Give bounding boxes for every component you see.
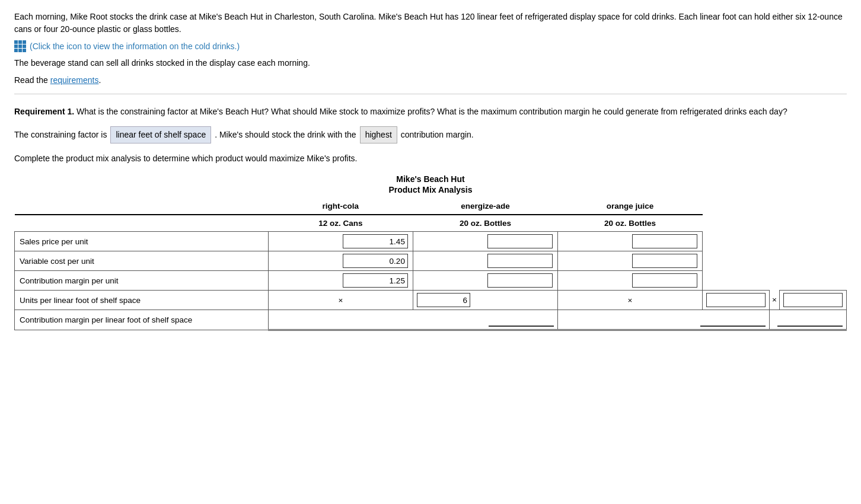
constraining-prefix: The constraining factor is [14, 128, 107, 141]
cell-cm-right-cola[interactable] [268, 271, 413, 291]
requirements-link[interactable]: requirements [50, 75, 99, 85]
cell-units-oj[interactable] [780, 291, 847, 310]
constraining-factor-row: The constraining factor is linear feet o… [14, 126, 847, 143]
label-cm-foot: Contribution margin per linear foot of s… [15, 310, 269, 330]
input-vc-energize[interactable] [487, 254, 553, 268]
product-mix-table: right-cola energize-ade orange juice 12 … [14, 198, 847, 331]
times-cell-2: × [557, 291, 702, 310]
input-vc-oj[interactable] [632, 254, 697, 268]
cell-units-energize[interactable] [703, 291, 770, 310]
cell-cm-energize[interactable] [413, 271, 557, 291]
table-subtitle: Product Mix Analysis [14, 185, 847, 194]
constraining-value: linear feet of shelf space [110, 126, 211, 143]
constraining-mid: . Mike's should stock the drink with the [215, 128, 356, 141]
input-sales-oj[interactable] [632, 234, 697, 248]
beverage-text: The beverage stand can sell all drinks s… [14, 57, 847, 69]
table-row: Contribution margin per unit [15, 271, 847, 291]
col-right-cola-header: right-cola [268, 198, 413, 215]
col-orange-juice-sub: 20 oz. Bottles [557, 215, 702, 232]
col-label-subheader [15, 215, 269, 232]
input-cmfoot-oj[interactable] [777, 312, 843, 327]
complete-text: Complete the product mix analysis to det… [14, 152, 847, 165]
times-sign-2: × [628, 296, 633, 305]
cell-vc-energize[interactable] [413, 251, 557, 271]
times-cell-1: × [268, 291, 413, 310]
input-cm-energize[interactable] [487, 273, 553, 288]
read-req-suffix: . [98, 75, 101, 85]
constraining-suffix: contribution margin. [401, 128, 474, 141]
constraining-highest: highest [360, 126, 397, 143]
table-row: Sales price per unit [15, 232, 847, 251]
label-cm-unit: Contribution margin per unit [15, 271, 269, 291]
read-requirements: Read the requirements. [14, 74, 847, 87]
input-cmfoot-right-cola[interactable] [489, 312, 554, 327]
input-units-energize[interactable] [706, 293, 766, 307]
times-cell-3: × [770, 291, 780, 310]
cell-cmfoot-oj[interactable] [770, 310, 847, 330]
label-variable-cost: Variable cost per unit [15, 251, 269, 271]
intro-paragraph: Each morning, Mike Root stocks the drink… [14, 11, 847, 36]
input-cm-right-cola[interactable] [343, 273, 408, 288]
cell-sales-oj[interactable] [557, 232, 702, 251]
input-units-right-cola[interactable] [417, 293, 470, 307]
divider [14, 94, 847, 94]
input-sales-energize[interactable] [487, 234, 553, 248]
col-energize-ade-header: energize-ade [413, 198, 557, 215]
col-energize-ade-sub: 20 oz. Bottles [413, 215, 557, 232]
req1-label: Requirement 1. [14, 107, 74, 116]
cell-cmfoot-right-cola[interactable] [268, 310, 557, 330]
input-cm-oj[interactable] [632, 273, 697, 288]
col-right-cola-sub: 12 oz. Cans [268, 215, 413, 232]
cell-cmfoot-energize[interactable] [557, 310, 769, 330]
times-sign-1: × [338, 296, 343, 305]
input-vc-right-cola[interactable] [343, 254, 408, 268]
col-header-row: right-cola energize-ade orange juice [15, 198, 847, 215]
input-cmfoot-energize[interactable] [700, 312, 766, 327]
input-units-oj[interactable] [783, 293, 843, 307]
sub-header-row: 12 oz. Cans 20 oz. Bottles 20 oz. Bottle… [15, 215, 847, 232]
label-units-per-foot: Units per linear foot of shelf space [15, 291, 269, 310]
col-label-header [15, 198, 269, 215]
click-icon-row: (Click the icon to view the information … [14, 40, 847, 52]
cell-sales-right-cola[interactable] [268, 232, 413, 251]
label-sales-price: Sales price per unit [15, 232, 269, 251]
click-note-text: (Click the icon to view the information … [30, 42, 240, 51]
cell-vc-oj[interactable] [557, 251, 702, 271]
table-row: Contribution margin per linear foot of s… [15, 310, 847, 330]
read-req-prefix: Read the [14, 75, 50, 85]
table-row: Units per linear foot of shelf space × ×… [15, 291, 847, 310]
table-title: Mike's Beach Hut [14, 174, 847, 184]
cell-vc-right-cola[interactable] [268, 251, 413, 271]
table-row: Variable cost per unit [15, 251, 847, 271]
cell-sales-energize[interactable] [413, 232, 557, 251]
times-sign-3: × [772, 295, 777, 304]
req1-question: Requirement 1. What is the constraining … [14, 105, 847, 118]
req1-text: What is the constraining factor at Mike'… [74, 107, 787, 116]
input-sales-right-cola[interactable] [343, 234, 408, 248]
grid-icon[interactable] [14, 40, 26, 52]
cell-cm-oj[interactable] [557, 271, 702, 291]
col-orange-juice-header: orange juice [557, 198, 702, 215]
cell-units-right-cola[interactable] [413, 291, 557, 310]
